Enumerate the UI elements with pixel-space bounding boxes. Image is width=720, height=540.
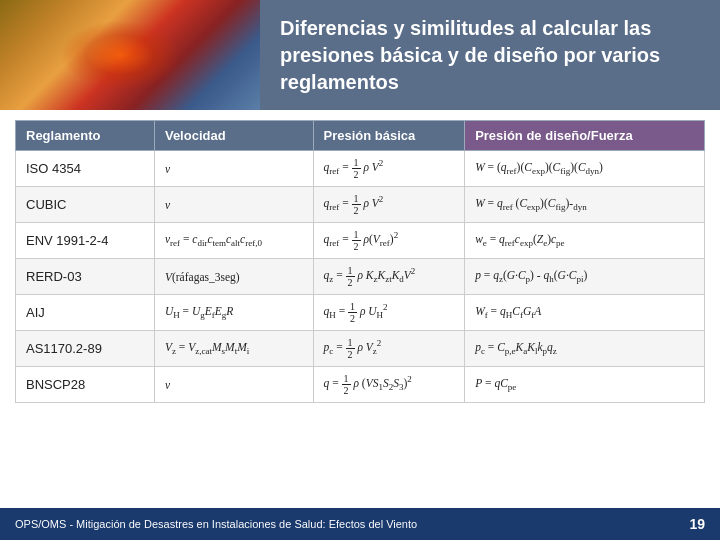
- header-title-box: Diferencias y similitudes al calcular la…: [260, 0, 720, 110]
- cell-presion-diseno: P = qCpe: [465, 367, 705, 403]
- cell-presion-diseno: we = qrefcexp(Ze)cpe: [465, 223, 705, 259]
- table-row: BNSCP28 v q = 12 ρ (VS1S2S3)2 P = qCpe: [16, 367, 705, 403]
- col-header-velocidad: Velocidad: [154, 121, 313, 151]
- cell-reglamento: AS1170.2-89: [16, 331, 155, 367]
- table-row: CUBIC v qref = 12 ρ V2 W = qref (Cexp)(C…: [16, 187, 705, 223]
- cell-reglamento: ENV 1991-2-4: [16, 223, 155, 259]
- cell-presion-diseno: pc = Cp,eKaKlkpqz: [465, 331, 705, 367]
- table-header-row: Reglamento Velocidad Presión básica Pres…: [16, 121, 705, 151]
- cell-reglamento: BNSCP28: [16, 367, 155, 403]
- table-row: ISO 4354 v qref = 12 ρ V2 W = (qref)(Cex…: [16, 151, 705, 187]
- cell-presion-diseno: Wf = qHCfGfA: [465, 295, 705, 331]
- cell-velocidad: Vz = Vz,catMsMtMi: [154, 331, 313, 367]
- table-container: Reglamento Velocidad Presión básica Pres…: [0, 110, 720, 408]
- cell-presion-basica: qref = 12 ρ V2: [313, 151, 465, 187]
- col-header-presion-basica: Presión básica: [313, 121, 465, 151]
- header-title: Diferencias y similitudes al calcular la…: [280, 15, 700, 96]
- table-row: RERD-03 V(ráfagas_3seg) qz = 12 ρ KzKztK…: [16, 259, 705, 295]
- cell-presion-basica: qH = 12 ρ UH2: [313, 295, 465, 331]
- table-row: ENV 1991-2-4 vref = cdirctemcaltcref,0 q…: [16, 223, 705, 259]
- col-header-presion-diseno: Presión de diseño/Fuerza: [465, 121, 705, 151]
- cell-reglamento: CUBIC: [16, 187, 155, 223]
- cell-velocidad: v: [154, 151, 313, 187]
- cell-presion-diseno: W = qref (Cexp)(Cfig)-dyn: [465, 187, 705, 223]
- footer-text: OPS/OMS - Mitigación de Desastres en Ins…: [15, 518, 417, 530]
- col-header-reglamento: Reglamento: [16, 121, 155, 151]
- footer-page-number: 19: [689, 516, 705, 532]
- cell-velocidad: V(ráfagas_3seg): [154, 259, 313, 295]
- table-row: AS1170.2-89 Vz = Vz,catMsMtMi pc = 12 ρ …: [16, 331, 705, 367]
- cell-presion-diseno: p = qz(G·Cp) - qh(G·Cpi): [465, 259, 705, 295]
- cell-velocidad: v: [154, 187, 313, 223]
- table-row: AIJ UH = UgEfEgR qH = 12 ρ UH2 Wf = qHCf…: [16, 295, 705, 331]
- cell-reglamento: RERD-03: [16, 259, 155, 295]
- cell-presion-basica: qref = 12 ρ V2: [313, 187, 465, 223]
- cell-velocidad: v: [154, 367, 313, 403]
- header: Diferencias y similitudes al calcular la…: [0, 0, 720, 110]
- cell-velocidad: vref = cdirctemcaltcref,0: [154, 223, 313, 259]
- cell-presion-basica: q = 12 ρ (VS1S2S3)2: [313, 367, 465, 403]
- header-image: [0, 0, 260, 110]
- cell-presion-basica: pc = 12 ρ Vz2: [313, 331, 465, 367]
- comparison-table: Reglamento Velocidad Presión básica Pres…: [15, 120, 705, 403]
- cell-presion-basica: qz = 12 ρ KzKztKdV2: [313, 259, 465, 295]
- cell-presion-basica: qref = 12 ρ(Vref)2: [313, 223, 465, 259]
- footer: OPS/OMS - Mitigación de Desastres en Ins…: [0, 508, 720, 540]
- cell-reglamento: AIJ: [16, 295, 155, 331]
- cell-reglamento: ISO 4354: [16, 151, 155, 187]
- cell-velocidad: UH = UgEfEgR: [154, 295, 313, 331]
- cell-presion-diseno: W = (qref)(Cexp)(Cfig)(Cdyn): [465, 151, 705, 187]
